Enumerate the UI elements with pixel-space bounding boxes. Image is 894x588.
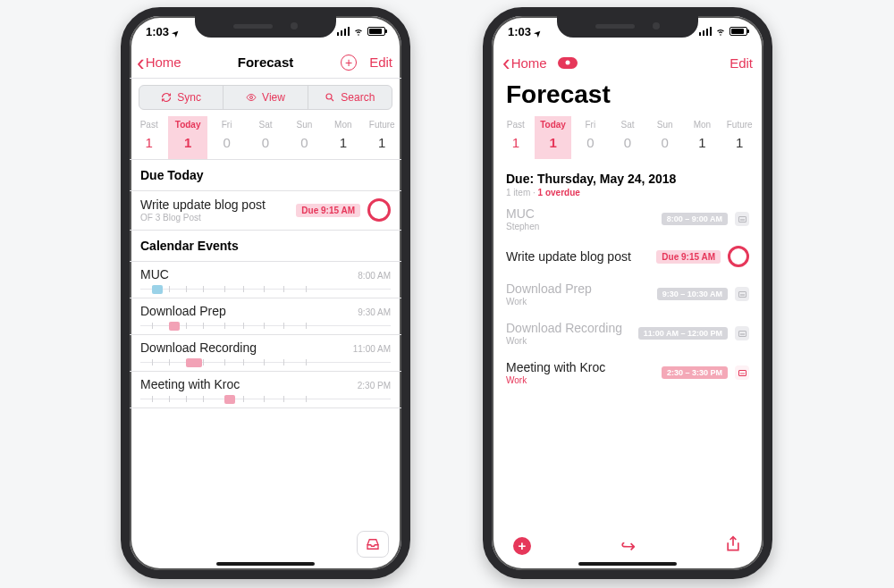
event-timeline <box>140 393 391 406</box>
day-sun[interactable]: Sun0 <box>285 116 324 159</box>
day-today[interactable]: Today1 <box>535 116 572 159</box>
section-calendar-events: Calendar Events <box>130 231 401 262</box>
day-fri[interactable]: Fri0 <box>571 116 609 159</box>
task-row[interactable]: Write update blog post Due 9:15 AM <box>492 239 763 274</box>
calendar-event[interactable]: Meeting with Kroc 2:30 PM <box>130 372 401 408</box>
share-button[interactable] <box>724 535 742 557</box>
task-checkbox[interactable] <box>728 246 749 267</box>
calendar-icon <box>735 212 749 226</box>
event-timeline <box>140 357 391 369</box>
calendar-event[interactable]: MUC 8:00 AM <box>130 262 401 298</box>
calendar-event[interactable]: Download Prep Work 9:30 – 10:30 AM <box>492 274 763 314</box>
due-item-count: 1 item <box>506 188 530 197</box>
day-future[interactable]: Future1 <box>363 116 401 159</box>
task-checkbox[interactable] <box>367 198 391 222</box>
segment-sync[interactable]: Sync <box>139 86 223 109</box>
share-icon <box>724 535 742 553</box>
segmented-control: Sync View Search <box>139 85 392 110</box>
calendar-event[interactable]: Download Prep 9:30 AM <box>130 298 401 335</box>
cellular-icon <box>337 27 350 36</box>
location-arrow-icon <box>535 25 542 38</box>
event-title: MUC <box>140 267 169 281</box>
event-title: Download Prep <box>140 304 226 318</box>
overdue-count: 1 overdue <box>538 188 580 197</box>
location-arrow-icon <box>173 25 180 38</box>
event-block <box>186 358 202 367</box>
row-title: Meeting with Kroc <box>506 360 654 374</box>
inbox-button[interactable] <box>357 531 389 558</box>
view-options-icon[interactable] <box>558 57 578 69</box>
event-title: Download Recording <box>140 340 257 355</box>
search-icon <box>325 92 335 103</box>
calendar-icon <box>735 365 749 380</box>
wifi-icon <box>353 26 364 37</box>
segment-search[interactable]: Search <box>308 86 392 109</box>
back-button[interactable]: Home <box>502 55 547 71</box>
event-block <box>169 322 180 331</box>
row-subtitle: Work <box>506 375 654 385</box>
calendar-event[interactable]: Download Recording Work 11:00 AM – 12:00… <box>492 314 763 353</box>
event-timeline <box>140 283 391 296</box>
calendar-event[interactable]: Meeting with Kroc Work 2:30 – 3:30 PM <box>492 353 763 392</box>
section-due-today: Due Today <box>130 160 401 191</box>
battery-icon <box>730 27 747 36</box>
home-indicator[interactable] <box>216 562 315 566</box>
day-sat[interactable]: Sat0 <box>609 116 646 159</box>
page-title: Forecast <box>492 79 763 116</box>
clock: 1:03 <box>508 25 531 38</box>
day-mon[interactable]: Mon1 <box>324 116 362 159</box>
event-time: 9:30 AM <box>358 307 391 317</box>
calendar-event[interactable]: Download Recording 11:00 AM <box>130 335 401 372</box>
row-subtitle: Work <box>506 297 650 307</box>
row-title: Download Prep <box>506 281 650 296</box>
back-button[interactable]: Home <box>137 55 181 70</box>
iphone-notch <box>195 14 336 38</box>
svg-point-0 <box>250 97 253 99</box>
event-time: 8:00 AM <box>358 271 391 281</box>
home-indicator[interactable] <box>578 562 677 566</box>
edit-button[interactable]: Edit <box>730 55 753 71</box>
bottom-toolbar: + ↩ <box>492 531 763 561</box>
nav-title: Forecast <box>238 55 294 70</box>
calendar-icon <box>735 326 749 340</box>
task-title: Write update blog post <box>140 197 296 212</box>
calendar-icon <box>735 287 749 301</box>
nav-bar: Home Forecast + Edit <box>130 46 401 79</box>
day-sun[interactable]: Sun0 <box>646 116 684 159</box>
event-block <box>152 285 163 294</box>
forecast-days: Past1 Today1 Fri0 Sat0 Sun0 Mon1 Future1 <box>497 116 758 159</box>
due-badge: Due 9:15 AM <box>296 204 360 217</box>
row-subtitle: Stephen <box>506 222 654 231</box>
segment-view[interactable]: View <box>223 86 307 109</box>
sync-icon <box>161 92 172 103</box>
clock: 1:03 <box>146 25 169 38</box>
time-badge: 9:30 – 10:30 AM <box>657 288 728 300</box>
svg-point-1 <box>326 94 332 99</box>
phone-omnifocus-3: 1:03 Home Edit Forecast Past1 Today1 Fri… <box>483 7 772 579</box>
day-past[interactable]: Past1 <box>497 116 535 159</box>
wifi-icon <box>715 26 726 37</box>
day-fri[interactable]: Fri0 <box>207 116 246 159</box>
due-date-title: Due: Thursday, May 24, 2018 <box>506 172 749 186</box>
new-item-button[interactable]: + <box>513 537 531 555</box>
calendar-event[interactable]: MUC Stephen 8:00 – 9:00 AM <box>492 199 763 239</box>
row-subtitle: Work <box>506 336 631 346</box>
event-title: Meeting with Kroc <box>140 377 240 391</box>
event-time: 11:00 AM <box>353 344 391 354</box>
edit-button[interactable]: Edit <box>369 55 392 70</box>
day-mon[interactable]: Mon1 <box>684 116 721 159</box>
cellular-icon <box>699 27 713 36</box>
day-past[interactable]: Past1 <box>130 116 168 159</box>
row-title: Download Recording <box>506 321 631 335</box>
day-today[interactable]: Today1 <box>168 116 207 159</box>
day-future[interactable]: Future1 <box>721 116 758 159</box>
iphone-notch <box>557 14 698 38</box>
time-badge: 8:00 – 9:00 AM <box>662 213 728 225</box>
add-button[interactable]: + <box>341 55 357 71</box>
day-sat[interactable]: Sat0 <box>246 116 284 159</box>
undo-button[interactable]: ↩ <box>620 535 636 557</box>
task-project: OF 3 Blog Post <box>140 213 296 223</box>
task-row[interactable]: Write update blog post OF 3 Blog Post Du… <box>130 191 401 231</box>
battery-icon <box>367 27 385 36</box>
inbox-icon <box>365 536 381 552</box>
